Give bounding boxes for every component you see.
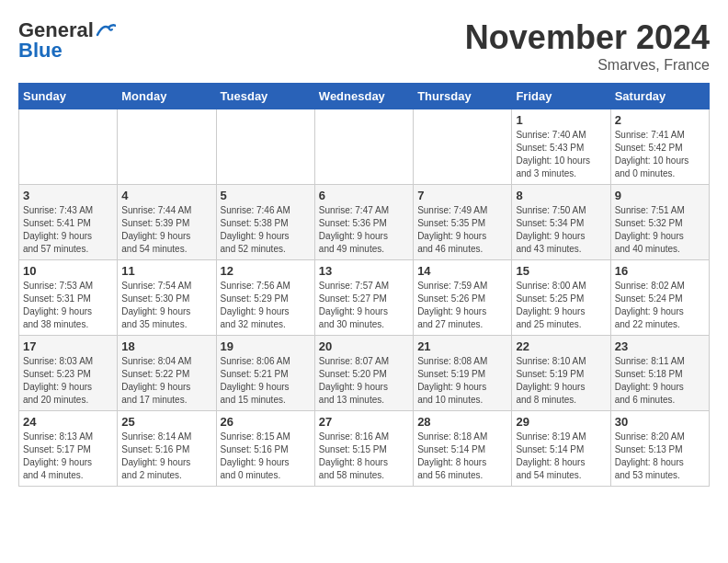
header-row: SundayMondayTuesdayWednesdayThursdayFrid…	[19, 84, 710, 109]
day-cell: 26Sunrise: 8:15 AM Sunset: 5:16 PM Dayli…	[216, 411, 314, 487]
day-info: Sunrise: 7:41 AM Sunset: 5:42 PM Dayligh…	[615, 129, 705, 180]
day-cell: 21Sunrise: 8:08 AM Sunset: 5:19 PM Dayli…	[414, 336, 512, 411]
day-number: 10	[23, 264, 113, 278]
month-title: November 2024	[465, 18, 710, 57]
day-cell: 25Sunrise: 8:14 AM Sunset: 5:16 PM Dayli…	[118, 411, 216, 487]
day-number: 17	[23, 339, 113, 353]
day-cell: 4Sunrise: 7:44 AM Sunset: 5:39 PM Daylig…	[118, 185, 216, 260]
day-number: 25	[121, 415, 211, 429]
day-info: Sunrise: 7:59 AM Sunset: 5:26 PM Dayligh…	[417, 280, 507, 331]
day-number: 7	[417, 189, 507, 202]
day-cell	[314, 109, 413, 185]
day-number: 11	[121, 264, 211, 278]
day-info: Sunrise: 8:18 AM Sunset: 5:14 PM Dayligh…	[417, 431, 507, 482]
day-info: Sunrise: 7:49 AM Sunset: 5:35 PM Dayligh…	[417, 204, 507, 256]
day-number: 9	[615, 189, 705, 202]
day-number: 13	[319, 264, 409, 278]
day-number: 21	[417, 339, 507, 353]
calendar-table: SundayMondayTuesdayWednesdayThursdayFrid…	[18, 83, 710, 487]
day-cell	[19, 109, 118, 185]
day-info: Sunrise: 7:46 AM Sunset: 5:38 PM Dayligh…	[221, 204, 311, 256]
header: General Blue November 2024 Smarves, Fran…	[18, 18, 710, 74]
day-cell: 10Sunrise: 7:53 AM Sunset: 5:31 PM Dayli…	[19, 260, 118, 336]
day-info: Sunrise: 7:50 AM Sunset: 5:34 PM Dayligh…	[516, 204, 606, 256]
day-cell: 3Sunrise: 7:43 AM Sunset: 5:41 PM Daylig…	[19, 185, 118, 260]
day-info: Sunrise: 8:19 AM Sunset: 5:14 PM Dayligh…	[516, 431, 606, 482]
week-row-4: 17Sunrise: 8:03 AM Sunset: 5:23 PM Dayli…	[19, 336, 710, 411]
day-cell: 27Sunrise: 8:16 AM Sunset: 5:15 PM Dayli…	[314, 411, 413, 487]
day-cell: 1Sunrise: 7:40 AM Sunset: 5:43 PM Daylig…	[512, 109, 610, 185]
day-info: Sunrise: 8:11 AM Sunset: 5:18 PM Dayligh…	[615, 355, 705, 407]
day-number: 5	[221, 189, 311, 202]
day-info: Sunrise: 7:40 AM Sunset: 5:43 PM Dayligh…	[516, 129, 606, 180]
week-row-3: 10Sunrise: 7:53 AM Sunset: 5:31 PM Dayli…	[19, 260, 710, 336]
day-number: 20	[319, 339, 409, 353]
day-info: Sunrise: 7:56 AM Sunset: 5:29 PM Dayligh…	[221, 280, 311, 331]
day-info: Sunrise: 8:04 AM Sunset: 5:22 PM Dayligh…	[121, 355, 211, 407]
week-row-1: 1Sunrise: 7:40 AM Sunset: 5:43 PM Daylig…	[19, 109, 710, 185]
day-cell: 30Sunrise: 8:20 AM Sunset: 5:13 PM Dayli…	[610, 411, 709, 487]
day-cell: 5Sunrise: 7:46 AM Sunset: 5:38 PM Daylig…	[216, 185, 314, 260]
day-info: Sunrise: 8:15 AM Sunset: 5:16 PM Dayligh…	[221, 431, 311, 482]
day-cell: 8Sunrise: 7:50 AM Sunset: 5:34 PM Daylig…	[512, 185, 610, 260]
day-info: Sunrise: 8:10 AM Sunset: 5:19 PM Dayligh…	[516, 355, 606, 407]
day-cell: 11Sunrise: 7:54 AM Sunset: 5:30 PM Dayli…	[118, 260, 216, 336]
col-header-monday: Monday	[118, 84, 216, 109]
day-cell	[216, 109, 314, 185]
day-number: 16	[615, 264, 705, 278]
day-number: 19	[221, 339, 311, 353]
day-info: Sunrise: 8:06 AM Sunset: 5:21 PM Dayligh…	[221, 355, 311, 407]
day-info: Sunrise: 8:02 AM Sunset: 5:24 PM Dayligh…	[615, 280, 705, 331]
day-cell: 17Sunrise: 8:03 AM Sunset: 5:23 PM Dayli…	[19, 336, 118, 411]
day-number: 26	[221, 415, 311, 429]
day-info: Sunrise: 7:47 AM Sunset: 5:36 PM Dayligh…	[319, 204, 409, 256]
week-row-5: 24Sunrise: 8:13 AM Sunset: 5:17 PM Dayli…	[19, 411, 710, 487]
day-number: 14	[417, 264, 507, 278]
day-number: 1	[516, 113, 606, 127]
day-cell: 12Sunrise: 7:56 AM Sunset: 5:29 PM Dayli…	[216, 260, 314, 336]
day-info: Sunrise: 8:20 AM Sunset: 5:13 PM Dayligh…	[615, 431, 705, 482]
day-number: 18	[121, 339, 211, 353]
day-cell: 18Sunrise: 8:04 AM Sunset: 5:22 PM Dayli…	[118, 336, 216, 411]
day-cell: 20Sunrise: 8:07 AM Sunset: 5:20 PM Dayli…	[314, 336, 413, 411]
logo-text-blue: Blue	[18, 39, 63, 63]
day-number: 8	[516, 189, 606, 202]
col-header-saturday: Saturday	[610, 84, 709, 109]
day-cell: 19Sunrise: 8:06 AM Sunset: 5:21 PM Dayli…	[216, 336, 314, 411]
day-info: Sunrise: 8:03 AM Sunset: 5:23 PM Dayligh…	[23, 355, 113, 407]
day-info: Sunrise: 7:53 AM Sunset: 5:31 PM Dayligh…	[23, 280, 113, 331]
day-number: 12	[221, 264, 311, 278]
day-info: Sunrise: 7:51 AM Sunset: 5:32 PM Dayligh…	[615, 204, 705, 256]
day-number: 27	[319, 415, 409, 429]
day-number: 4	[121, 189, 211, 202]
day-cell: 16Sunrise: 8:02 AM Sunset: 5:24 PM Dayli…	[610, 260, 709, 336]
day-info: Sunrise: 7:57 AM Sunset: 5:27 PM Dayligh…	[319, 280, 409, 331]
day-info: Sunrise: 8:00 AM Sunset: 5:25 PM Dayligh…	[516, 280, 606, 331]
day-number: 28	[417, 415, 507, 429]
day-cell: 6Sunrise: 7:47 AM Sunset: 5:36 PM Daylig…	[314, 185, 413, 260]
logo: General Blue	[18, 18, 116, 63]
day-cell: 7Sunrise: 7:49 AM Sunset: 5:35 PM Daylig…	[414, 185, 512, 260]
day-number: 6	[319, 189, 409, 202]
day-cell: 2Sunrise: 7:41 AM Sunset: 5:42 PM Daylig…	[610, 109, 709, 185]
day-number: 24	[23, 415, 113, 429]
day-number: 3	[23, 189, 113, 202]
day-info: Sunrise: 7:44 AM Sunset: 5:39 PM Dayligh…	[121, 204, 211, 256]
day-info: Sunrise: 8:16 AM Sunset: 5:15 PM Dayligh…	[319, 431, 409, 482]
col-header-tuesday: Tuesday	[216, 84, 314, 109]
col-header-sunday: Sunday	[19, 84, 118, 109]
day-cell: 28Sunrise: 8:18 AM Sunset: 5:14 PM Dayli…	[414, 411, 512, 487]
day-number: 29	[516, 415, 606, 429]
subtitle: Smarves, France	[465, 57, 710, 74]
col-header-wednesday: Wednesday	[314, 84, 413, 109]
day-number: 22	[516, 339, 606, 353]
day-cell: 14Sunrise: 7:59 AM Sunset: 5:26 PM Dayli…	[414, 260, 512, 336]
day-info: Sunrise: 7:43 AM Sunset: 5:41 PM Dayligh…	[23, 204, 113, 256]
title-area: November 2024 Smarves, France	[465, 18, 710, 74]
day-info: Sunrise: 7:54 AM Sunset: 5:30 PM Dayligh…	[121, 280, 211, 331]
col-header-thursday: Thursday	[414, 84, 512, 109]
day-cell: 13Sunrise: 7:57 AM Sunset: 5:27 PM Dayli…	[314, 260, 413, 336]
day-cell: 23Sunrise: 8:11 AM Sunset: 5:18 PM Dayli…	[610, 336, 709, 411]
day-cell: 29Sunrise: 8:19 AM Sunset: 5:14 PM Dayli…	[512, 411, 610, 487]
day-info: Sunrise: 8:08 AM Sunset: 5:19 PM Dayligh…	[417, 355, 507, 407]
